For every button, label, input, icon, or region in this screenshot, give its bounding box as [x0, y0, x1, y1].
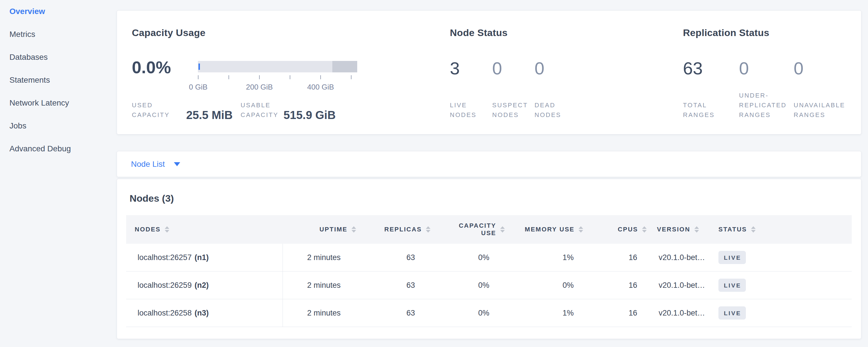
- table-row: localhost:26258(n3) 2 minutes 63 0% 1% 1…: [126, 299, 852, 327]
- replicas-cell: 63: [358, 244, 432, 271]
- sidebar-item-statements[interactable]: Statements: [0, 69, 117, 92]
- sort-icon: [165, 226, 169, 232]
- version-cell: v20.1.0-bet…: [647, 244, 710, 271]
- node-list-dropdown[interactable]: Node List: [117, 151, 861, 177]
- memory-use-cell: 1%: [506, 299, 584, 327]
- view-selector-card: Node List: [117, 151, 861, 177]
- table-row: localhost:26257(n1) 2 minutes 63 0% 1% 1…: [126, 244, 852, 272]
- sidebar-item-jobs[interactable]: Jobs: [0, 115, 117, 137]
- node-id: (n3): [194, 309, 209, 318]
- total-ranges-label: TOTAL RANGES: [683, 100, 721, 120]
- sidebar-item-label: Databases: [9, 53, 48, 62]
- axis-tick: [290, 75, 290, 79]
- sidebar-item-label: Overview: [9, 7, 45, 16]
- capacity-use-cell: 0%: [432, 299, 506, 327]
- column-header-version[interactable]: VERSION: [647, 215, 710, 244]
- nodes-table-card: Nodes (3) NODES UPTIME REPLICAS CAPACITY…: [117, 179, 861, 339]
- cpus-cell: 16: [584, 244, 647, 271]
- axis-tick-label: 400 GiB: [301, 83, 341, 92]
- uptime-cell: 2 minutes: [283, 299, 358, 327]
- column-header-nodes[interactable]: NODES: [126, 215, 283, 244]
- capacity-use-cell: 0%: [432, 244, 506, 271]
- node-address-link[interactable]: localhost:26258: [137, 309, 192, 318]
- used-capacity-label: USED CAPACITY: [132, 100, 170, 120]
- axis-tick: [320, 75, 321, 79]
- node-list-dropdown-label: Node List: [131, 160, 165, 169]
- sort-icon: [694, 226, 699, 232]
- axis-tick: [198, 75, 198, 79]
- node-address-link[interactable]: localhost:26257: [137, 253, 192, 262]
- replication-status-title: Replication Status: [683, 27, 769, 38]
- total-ranges-stat: 63 TOTAL RANGES: [683, 59, 739, 120]
- column-header-label: STATUS: [718, 226, 747, 233]
- axis-tick: [259, 75, 260, 79]
- unavailable-ranges-value: 0: [794, 59, 851, 77]
- dead-nodes-label: DEAD NODES: [534, 100, 572, 120]
- column-header-status[interactable]: STATUS: [710, 215, 852, 244]
- memory-use-cell: 0%: [506, 272, 584, 299]
- sort-icon: [751, 226, 755, 232]
- cpus-cell: 16: [584, 299, 647, 327]
- cpus-cell: 16: [584, 272, 647, 299]
- table-row: localhost:26259(n2) 2 minutes 63 0% 0% 1…: [126, 272, 852, 299]
- column-header-label: REPLICAS: [384, 226, 422, 233]
- sort-icon: [579, 226, 583, 232]
- status-badge: LIVE: [718, 279, 746, 292]
- unavailable-ranges-label: UNAVAILABLE RANGES: [794, 100, 850, 120]
- column-header-label: UPTIME: [319, 226, 347, 233]
- sort-icon: [426, 226, 430, 232]
- column-header-replicas[interactable]: REPLICAS: [358, 215, 432, 244]
- live-nodes-label: LIVE NODES: [450, 100, 488, 120]
- column-header-label: NODES: [135, 226, 161, 233]
- node-id: (n2): [194, 281, 209, 290]
- capacity-bar-axis: 0 GiB 200 GiB 400 GiB: [198, 75, 357, 92]
- capacity-usage-title: Capacity Usage: [132, 27, 205, 38]
- status-badge: LIVE: [718, 251, 746, 264]
- unavailable-ranges-stat: 0 UNAVAILABLE RANGES: [794, 59, 851, 120]
- sort-icon: [351, 226, 356, 232]
- node-status-title: Node Status: [450, 27, 508, 38]
- capacity-bar-reserved-segment: [332, 61, 357, 72]
- sidebar-item-overview[interactable]: Overview: [0, 0, 117, 23]
- column-header-capacity-use[interactable]: CAPACITY USE: [432, 215, 506, 244]
- column-header-uptime[interactable]: UPTIME: [283, 215, 358, 244]
- sort-icon: [642, 226, 647, 232]
- total-ranges-value: 63: [683, 59, 739, 77]
- node-address-link[interactable]: localhost:26259: [137, 281, 192, 290]
- nodes-table-header: NODES UPTIME REPLICAS CAPACITY USE MEMOR…: [126, 215, 852, 244]
- column-header-label: VERSION: [657, 226, 690, 233]
- replicas-cell: 63: [358, 272, 432, 299]
- dead-nodes-value: 0: [534, 59, 578, 77]
- sidebar-item-label: Statements: [9, 75, 50, 85]
- sidebar: Overview Metrics Databases Statements Ne…: [0, 0, 117, 347]
- status-badge: LIVE: [718, 306, 746, 319]
- node-status-panel: Node Status 3 LIVE NODES 0 SUSPECT NODES…: [450, 10, 679, 134]
- sidebar-item-label: Metrics: [9, 30, 35, 39]
- dead-nodes-stat: 0 DEAD NODES: [534, 59, 578, 120]
- overview-page: Overview Metrics Databases Statements Ne…: [0, 0, 868, 347]
- cluster-summary-card: Capacity Usage 0.0% 0 GiB 200 GiB 400 Gi…: [117, 10, 861, 134]
- sidebar-item-databases[interactable]: Databases: [0, 46, 117, 69]
- sidebar-item-network-latency[interactable]: Network Latency: [0, 92, 117, 115]
- axis-tick: [228, 75, 229, 79]
- uptime-cell: 2 minutes: [283, 244, 358, 271]
- usable-capacity-value: 515.9 GiB: [283, 109, 336, 121]
- axis-tick-label: 200 GiB: [239, 83, 279, 92]
- capacity-use-cell: 0%: [432, 272, 506, 299]
- sidebar-item-advanced-debug[interactable]: Advanced Debug: [0, 137, 117, 160]
- column-header-label: CAPACITY USE: [457, 222, 496, 237]
- capacity-bar-chart: [198, 61, 357, 72]
- under-replicated-ranges-label: UNDER-REPLICATED RANGES: [739, 91, 795, 120]
- sidebar-item-label: Advanced Debug: [9, 144, 71, 153]
- used-capacity-marker: [198, 64, 200, 70]
- memory-use-cell: 1%: [506, 244, 584, 271]
- suspect-nodes-value: 0: [492, 59, 534, 77]
- sidebar-item-metrics[interactable]: Metrics: [0, 23, 117, 46]
- sidebar-item-label: Jobs: [9, 121, 26, 130]
- replication-status-panel: Replication Status 63 TOTAL RANGES 0 UND…: [683, 10, 860, 134]
- node-id: (n1): [194, 253, 209, 262]
- column-header-cpus[interactable]: CPUS: [584, 215, 647, 244]
- column-header-memory-use[interactable]: MEMORY USE: [506, 215, 584, 244]
- column-header-label: MEMORY USE: [525, 226, 575, 233]
- under-replicated-ranges-stat: 0 UNDER-REPLICATED RANGES: [739, 59, 794, 120]
